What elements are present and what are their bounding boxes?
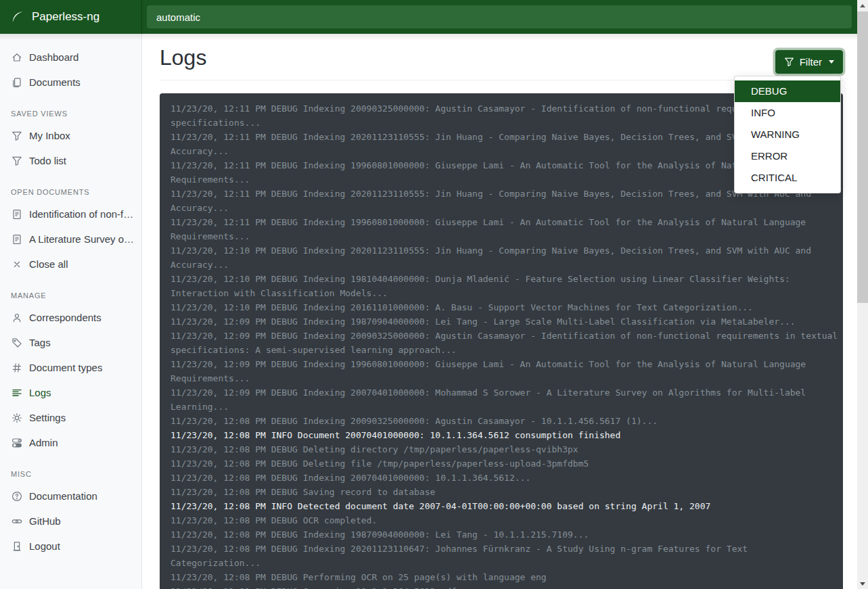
door-icon (12, 541, 22, 552)
tag-icon (12, 337, 22, 348)
funnel-icon (12, 156, 22, 166)
x-icon (12, 259, 22, 270)
sidebar-item-my-inbox[interactable]: My Inbox (0, 123, 141, 148)
chevron-down-icon (829, 60, 834, 64)
sidebar-item-close-all[interactable]: Close all (0, 252, 141, 277)
top-navbar: Paperless-ng (0, 0, 857, 34)
search-form (142, 5, 857, 28)
log-line: 11/23/20, 12:10 PM DEBUG Indexing 198104… (170, 272, 838, 300)
person-icon (12, 312, 22, 323)
filter-option-info[interactable]: INFO (735, 102, 840, 124)
filter-button[interactable]: Filter (775, 50, 843, 74)
sidebar-item-label: Logs (29, 387, 51, 398)
scroll-up-arrow[interactable] (857, 0, 868, 11)
log-line: 11/23/20, 12:08 PM DEBUG Indexing 198709… (170, 527, 838, 542)
sidebar-item-label: My Inbox (29, 130, 70, 141)
scroll-down-arrow[interactable] (857, 578, 868, 589)
log-line: 11/23/20, 12:10 PM DEBUG Indexing 201611… (170, 300, 838, 314)
brand-link[interactable]: Paperless-ng (0, 0, 142, 34)
sidebar-item-label: Logout (29, 540, 60, 552)
log-line: 11/23/20, 12:08 PM DEBUG Indexing 202011… (170, 542, 838, 570)
sidebar-item-label: Documentation (29, 490, 97, 502)
question-circle-icon (12, 491, 22, 502)
file-text-icon (12, 234, 22, 245)
sidebar-section-saved-views: SAVED VIEWS (0, 108, 141, 119)
house-icon (12, 52, 22, 63)
sidebar-item-open-document-2[interactable]: A Literature Survey on ... (0, 227, 141, 252)
page-title: Logs (160, 45, 843, 70)
log-line: 11/23/20, 12:10 PM DEBUG Indexing 202011… (170, 243, 838, 272)
log-line: 11/23/20, 12:08 PM DEBUG Performing OCR … (170, 570, 838, 584)
sidebar-section-manage: MANAGE (0, 290, 141, 301)
filter-option-error[interactable]: ERROR (735, 145, 840, 167)
text-lines-icon (12, 387, 22, 398)
sidebar: Dashboard Documents SAVED VIEWS My Inbox… (0, 34, 142, 589)
funnel-icon (12, 131, 22, 141)
log-line: 11/23/20, 12:08 PM INFO Detected documen… (170, 499, 838, 513)
toggles-icon (12, 438, 22, 448)
sidebar-item-correspondents[interactable]: Correspondents (0, 305, 141, 330)
log-line: 11/23/20, 12:08 PM INFO Document 2007040… (170, 428, 838, 442)
sidebar-item-label: Settings (29, 412, 66, 423)
sidebar-item-admin[interactable]: Admin (0, 430, 141, 455)
log-line: 11/23/20, 12:09 PM DEBUG Indexing 199608… (170, 357, 838, 385)
files-icon (12, 77, 22, 88)
search-input[interactable] (147, 5, 852, 28)
sidebar-item-label: Documents (29, 76, 81, 88)
sidebar-item-github[interactable]: GitHub (0, 509, 141, 534)
brand-label: Paperless-ng (32, 10, 99, 24)
filter-dropdown: DEBUG INFO WARNING ERROR CRITICAL (734, 76, 841, 193)
sidebar-item-label: Todo list (29, 155, 66, 166)
link-icon (12, 516, 22, 527)
log-line: 11/23/20, 12:08 PM DEBUG OCR completed. (170, 513, 838, 527)
sidebar-item-label: GitHub (29, 515, 61, 527)
sidebar-item-document-types[interactable]: Document types (0, 355, 141, 380)
gear-icon (12, 413, 22, 423)
log-line: 11/23/20, 12:08 PM DEBUG Saving record t… (170, 485, 838, 499)
sidebar-item-label: Identification of non-fu... (29, 208, 137, 220)
sidebar-item-documentation[interactable]: Documentation (0, 484, 141, 509)
sidebar-item-documents[interactable]: Documents (0, 70, 141, 95)
log-line: 11/23/20, 12:09 PM DEBUG Indexing 198709… (170, 314, 838, 329)
sidebar-section-open-documents: OPEN DOCUMENTS (0, 187, 141, 197)
log-line: 11/23/20, 12:08 PM DEBUG Deleting direct… (170, 442, 838, 456)
sidebar-item-todo-list[interactable]: Todo list (0, 148, 141, 173)
sidebar-item-settings[interactable]: Settings (0, 405, 141, 430)
page-header: Logs Filter (143, 34, 857, 80)
log-line: 11/23/20, 12:08 PM DEBUG Indexing 200903… (170, 414, 838, 428)
log-line: 11/23/20, 12:09 PM DEBUG Indexing 200903… (170, 329, 838, 357)
hash-icon (12, 362, 22, 373)
leaf-icon (10, 9, 25, 24)
sidebar-item-open-document-1[interactable]: Identification of non-fu... (0, 202, 141, 227)
sidebar-item-logs[interactable]: Logs (0, 380, 141, 405)
sidebar-section-misc: MISC (0, 469, 141, 479)
sidebar-item-label: Correspondents (29, 312, 101, 323)
filter-option-debug[interactable]: DEBUG (735, 80, 840, 102)
sidebar-item-logout[interactable]: Logout (0, 534, 141, 559)
filter-option-warning[interactable]: WARNING (735, 124, 840, 145)
sidebar-item-dashboard[interactable]: Dashboard (0, 45, 141, 70)
funnel-icon (784, 57, 794, 67)
log-line: 11/23/20, 12:08 PM DEBUG Deleting file /… (170, 456, 838, 471)
sidebar-item-label: Document types (29, 362, 102, 373)
filter-button-label: Filter (800, 56, 822, 68)
log-line: 11/23/20, 12:08 PM DEBUG Indexing 200704… (170, 471, 838, 485)
file-text-icon (12, 209, 22, 220)
sidebar-item-label: Tags (29, 337, 51, 348)
sidebar-item-label: Dashboard (29, 51, 78, 63)
sidebar-item-label: Admin (29, 437, 58, 448)
filter-option-critical[interactable]: CRITICAL (735, 167, 840, 189)
sidebar-item-tags[interactable]: Tags (0, 330, 141, 355)
page-scrollbar[interactable] (857, 0, 868, 589)
sidebar-item-label: Close all (29, 258, 68, 270)
scrollbar-thumb[interactable] (857, 11, 868, 303)
log-line: 11/23/20, 12:08 PM DEBUG Consuming 10.1.… (170, 584, 838, 589)
log-line: 11/23/20, 12:11 PM DEBUG Indexing 199608… (170, 215, 838, 243)
log-line: 11/23/20, 12:09 PM DEBUG Indexing 200704… (170, 385, 838, 414)
sidebar-item-label: A Literature Survey on ... (29, 233, 137, 245)
